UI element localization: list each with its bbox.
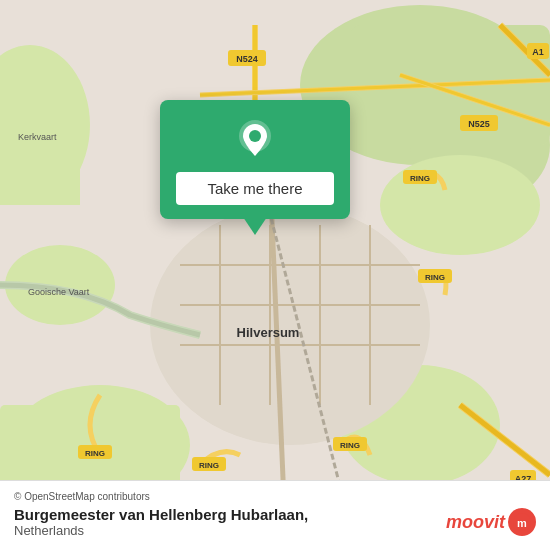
svg-point-53	[249, 130, 261, 142]
svg-text:Kerkvaart: Kerkvaart	[18, 132, 57, 142]
moovit-logo: moovit m	[446, 508, 536, 536]
svg-text:RING: RING	[85, 449, 105, 458]
svg-text:Hilversum: Hilversum	[237, 325, 300, 340]
location-pin-icon	[233, 118, 277, 162]
svg-text:RING: RING	[410, 174, 430, 183]
svg-text:RING: RING	[425, 273, 445, 282]
svg-rect-6	[0, 85, 80, 205]
svg-text:RING: RING	[199, 461, 219, 470]
moovit-text: moovit	[446, 512, 505, 533]
bottom-bar: © OpenStreetMap contributors Burgemeeste…	[0, 480, 550, 550]
take-me-there-button[interactable]: Take me there	[176, 172, 334, 205]
osm-credit: © OpenStreetMap contributors	[14, 491, 536, 502]
svg-text:RING: RING	[340, 441, 360, 450]
svg-text:N524: N524	[236, 54, 258, 64]
popup-card: Take me there	[160, 100, 350, 219]
svg-text:Gooische Vaart: Gooische Vaart	[28, 287, 90, 297]
map-container: N524 N525 A1 A27 RING RING RING RING RIN…	[0, 0, 550, 550]
moovit-icon: m	[508, 508, 536, 536]
svg-text:N525: N525	[468, 119, 490, 129]
svg-text:A1: A1	[532, 47, 544, 57]
svg-point-4	[380, 155, 540, 255]
svg-text:m: m	[517, 517, 527, 529]
map-svg: N524 N525 A1 A27 RING RING RING RING RIN…	[0, 0, 550, 550]
